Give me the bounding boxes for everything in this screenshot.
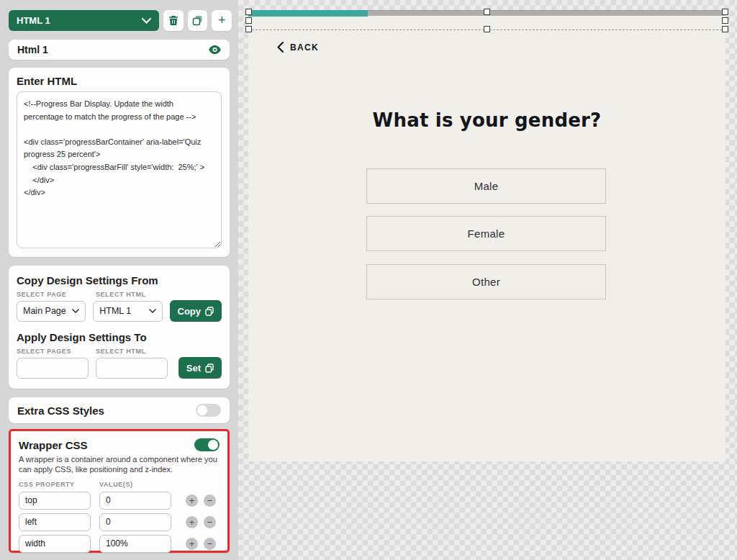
set-button-label: Set	[186, 363, 201, 374]
css-value-input[interactable]	[99, 535, 171, 553]
copy-icon	[192, 15, 203, 26]
css-property-input[interactable]	[19, 535, 91, 553]
element-selector-dropdown[interactable]: HTML 1	[9, 10, 159, 31]
add-element-button[interactable]: +	[212, 10, 232, 31]
selection-handle[interactable]	[722, 9, 728, 15]
css-rule-row: + −	[19, 492, 220, 510]
add-row-button[interactable]: +	[186, 494, 198, 507]
copy-design-labels: SELECT PAGE SELECT HTML	[17, 291, 222, 298]
element-title-card: Html 1	[9, 40, 230, 60]
apply-design-title: Apply Design Settings To	[17, 331, 222, 343]
css-property-input[interactable]	[19, 492, 91, 510]
duplicate-element-button[interactable]	[188, 10, 208, 31]
back-label: BACK	[290, 42, 319, 53]
extra-css-card: Extra CSS Styles	[9, 397, 230, 423]
select-page-label: SELECT PAGE	[17, 291, 96, 298]
remove-row-button[interactable]: −	[204, 516, 216, 528]
toggle-knob	[208, 440, 218, 450]
html-editor-card: Enter HTML <!--Progress Bar Display. Upd…	[9, 68, 230, 257]
apply-pages-input[interactable]	[17, 358, 89, 379]
html-editor-title: Enter HTML	[17, 75, 222, 87]
apply-design-labels: SELECT PAGES SELECT HTML	[17, 348, 222, 355]
answer-option-female[interactable]: Female	[366, 216, 606, 251]
selection-handle[interactable]	[245, 26, 252, 32]
selection-handle[interactable]	[245, 17, 252, 24]
selection-handle[interactable]	[722, 17, 728, 24]
css-value-input[interactable]	[99, 513, 171, 531]
chevron-down-icon	[142, 18, 151, 24]
question-heading: What is your gender?	[248, 109, 725, 131]
css-values-label: VALUE(S)	[99, 481, 180, 488]
app-root: HTML 1 + Html 1 Enter HTML <!--Prog	[0, 0, 737, 560]
copy-icon	[205, 307, 214, 316]
select-page-dropdown[interactable]: Main Page	[17, 301, 86, 322]
answer-option-male[interactable]: Male	[366, 168, 606, 204]
copy-icon	[205, 363, 214, 373]
eye-icon[interactable]	[209, 45, 221, 54]
element-selector-value: HTML 1	[17, 15, 50, 26]
select-html-value: HTML 1	[99, 306, 131, 316]
selection-handle[interactable]	[722, 26, 728, 32]
select-page-value: Main Page	[23, 306, 66, 316]
select-pages-label: SELECT PAGES	[17, 348, 96, 355]
css-property-input[interactable]	[19, 513, 91, 531]
select-html-label: SELECT HTML	[96, 348, 175, 355]
answer-option-other[interactable]: Other	[366, 264, 606, 299]
delete-element-button[interactable]	[163, 10, 184, 31]
wrapper-css-toggle[interactable]	[194, 438, 220, 451]
design-settings-card: Copy Design Settings From SELECT PAGE SE…	[9, 266, 230, 389]
remove-row-button[interactable]: −	[204, 494, 216, 507]
chevron-left-icon	[277, 42, 284, 53]
remove-row-button[interactable]: −	[204, 538, 216, 550]
css-rule-row: + −	[19, 535, 220, 553]
plus-icon: +	[218, 13, 226, 28]
selection-handle[interactable]	[245, 9, 252, 15]
css-value-input[interactable]	[99, 492, 171, 510]
selection-handle[interactable]	[484, 9, 490, 15]
wrapper-css-card: Wrapper CSS A wrapper is a container aro…	[9, 429, 230, 553]
extra-css-toggle[interactable]	[196, 404, 221, 417]
chevron-down-icon	[72, 309, 79, 313]
element-toolbar: HTML 1 +	[9, 10, 232, 31]
css-property-label: CSS PROPERTY	[19, 481, 99, 488]
copy-button-label: Copy	[178, 306, 202, 317]
set-design-button[interactable]: Set	[178, 357, 222, 379]
selection-handle[interactable]	[484, 26, 490, 32]
toggle-knob	[197, 405, 207, 415]
apply-html-input[interactable]	[96, 358, 168, 379]
trash-icon	[168, 15, 178, 26]
quiz-page: BACK What is your gender? Male Female Ot…	[248, 10, 725, 461]
copy-design-title: Copy Design Settings From	[17, 274, 222, 286]
progress-fill	[248, 10, 368, 17]
add-row-button[interactable]: +	[186, 516, 198, 528]
copy-design-button[interactable]: Copy	[170, 300, 222, 322]
extra-css-title: Extra CSS Styles	[17, 405, 104, 417]
settings-sidebar: HTML 1 + Html 1 Enter HTML <!--Prog	[0, 0, 238, 560]
css-rule-row: + −	[19, 513, 220, 531]
back-button[interactable]: BACK	[277, 42, 319, 53]
select-html-dropdown[interactable]: HTML 1	[93, 301, 162, 322]
html-code-textarea[interactable]: <!--Progress Bar Display. Update the wid…	[17, 91, 222, 248]
wrapper-css-title: Wrapper CSS	[19, 439, 88, 451]
select-html-label: SELECT HTML	[96, 291, 175, 298]
chevron-down-icon	[149, 309, 156, 313]
element-title-label: Html 1	[17, 44, 48, 55]
wrapper-css-description: A wrapper is a container around a compon…	[19, 454, 220, 475]
preview-canvas: BACK What is your gender? Male Female Ot…	[238, 0, 737, 560]
copy-design-controls: Main Page HTML 1 Copy	[17, 300, 222, 322]
apply-design-controls: Set	[17, 357, 222, 379]
add-row-button[interactable]: +	[186, 538, 198, 550]
